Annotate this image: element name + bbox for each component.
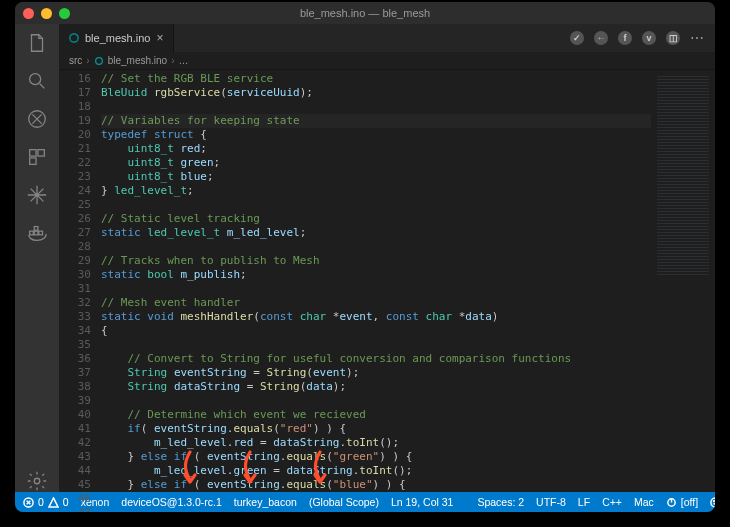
svg-point-9	[34, 478, 40, 484]
svg-point-10	[70, 34, 78, 42]
svg-point-0	[30, 74, 41, 85]
status-eol[interactable]: LF	[578, 496, 590, 508]
status-indent[interactable]: Spaces: 2	[477, 496, 524, 508]
settings-gear-icon[interactable]	[26, 470, 48, 492]
upload-icon[interactable]: ←	[594, 31, 608, 45]
debug-icon[interactable]	[26, 108, 48, 130]
particle-icon[interactable]	[26, 184, 48, 206]
search-icon[interactable]	[26, 70, 48, 92]
split-editor-icon[interactable]: ◫	[666, 31, 680, 45]
status-scope[interactable]: (Global Scope)	[309, 496, 379, 508]
status-encoding[interactable]: UTF-8	[536, 496, 566, 508]
verify-icon[interactable]: ✓	[570, 31, 584, 45]
status-device-os[interactable]: deviceOS@1.3.0-rc.1	[121, 496, 222, 508]
extensions-icon[interactable]	[26, 146, 48, 168]
error-icon	[23, 497, 34, 508]
status-os[interactable]: Mac	[634, 496, 654, 508]
tab-actions: ✓ ← f v ◫ ⋯	[570, 24, 715, 52]
svg-rect-4	[30, 158, 36, 164]
arduino-file-icon	[69, 33, 79, 43]
tab-label: ble_mesh.ino	[85, 32, 150, 44]
titlebar: ble_mesh.ino — ble_mesh	[15, 2, 715, 24]
tab-close-icon[interactable]: ×	[156, 31, 163, 45]
status-bar: 0 0 xenon deviceOS@1.3.0-rc.1 turkey_bac…	[15, 492, 715, 512]
crumb-symbol[interactable]: …	[179, 55, 189, 66]
editor-tabs: ble_mesh.ino × ✓ ← f v ◫ ⋯	[59, 24, 715, 52]
svg-rect-2	[30, 150, 36, 156]
minimap[interactable]	[651, 70, 715, 492]
line-number-gutter: 16 17 18 19 20 21 22 23 24 25 26 27 28 2…	[59, 70, 101, 492]
more-actions-icon[interactable]: ⋯	[690, 30, 705, 46]
svg-point-15	[714, 500, 715, 501]
tab-ble-mesh[interactable]: ble_mesh.ino ×	[59, 24, 174, 52]
smiley-icon	[710, 497, 715, 508]
status-device-name[interactable]: turkey_bacon	[234, 496, 297, 508]
editor[interactable]: 16 17 18 19 20 21 22 23 24 25 26 27 28 2…	[59, 70, 715, 492]
crumb-src[interactable]: src	[69, 55, 82, 66]
svg-point-11	[95, 57, 102, 64]
warning-icon	[48, 497, 59, 508]
code-area[interactable]: // Set the RGB BLE serviceBleUuid rgbSer…	[101, 70, 651, 492]
arduino-file-icon	[94, 56, 104, 66]
svg-rect-3	[38, 150, 44, 156]
svg-rect-7	[39, 231, 43, 235]
chevron-right-icon: ›	[86, 55, 89, 66]
action-f-icon[interactable]: f	[618, 31, 632, 45]
breadcrumbs[interactable]: src › ble_mesh.ino › …	[59, 52, 715, 70]
explorer-icon[interactable]	[26, 32, 48, 54]
power-icon	[666, 497, 677, 508]
close-window-button[interactable]	[23, 8, 34, 19]
chevron-right-icon: ›	[171, 55, 174, 66]
docker-icon[interactable]	[26, 222, 48, 244]
status-power[interactable]: [off]	[666, 496, 698, 508]
svg-rect-5	[30, 231, 34, 235]
status-cursor[interactable]: Ln 19, Col 31	[391, 496, 453, 508]
svg-rect-6	[34, 231, 38, 235]
maximize-window-button[interactable]	[59, 8, 70, 19]
activity-bar	[15, 24, 59, 492]
svg-rect-8	[34, 227, 38, 231]
svg-point-14	[711, 497, 715, 506]
action-v-icon[interactable]: v	[642, 31, 656, 45]
status-problems[interactable]: 0 0	[23, 496, 69, 508]
window-controls	[23, 8, 70, 19]
window-title: ble_mesh.ino — ble_mesh	[15, 7, 715, 19]
status-feedback[interactable]	[710, 497, 715, 508]
minimize-window-button[interactable]	[41, 8, 52, 19]
status-language[interactable]: C++	[602, 496, 622, 508]
crumb-file[interactable]: ble_mesh.ino	[108, 55, 167, 66]
app-window: ble_mesh.ino — ble_mesh ble_mesh.ino ×	[15, 2, 715, 512]
